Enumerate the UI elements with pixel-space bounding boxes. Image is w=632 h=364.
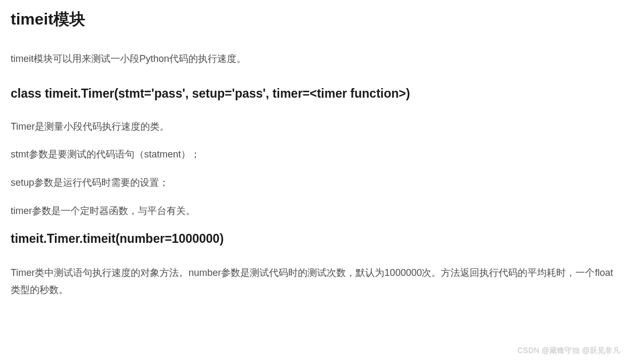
- stmt-param-description: stmt参数是要测试的代码语句（statment）；: [11, 147, 621, 162]
- watermark-text: CSDN @藏锋守拙 @跃见非凡: [517, 346, 620, 355]
- timer-class-description: Timer是测量小段代码执行速度的类。: [11, 119, 621, 134]
- setup-param-description: setup参数是运行代码时需要的设置；: [11, 175, 621, 191]
- method-signature-heading: timeit.Timer.timeit(number=1000000): [11, 232, 621, 246]
- class-signature-heading: class timeit.Timer(stmt='pass', setup='p…: [11, 86, 621, 101]
- method-description: Timer类中测试语句执行速度的对象方法。number参数是测试代码时的测试次数…: [11, 264, 621, 299]
- timer-param-description: timer参数是一个定时器函数，与平台有关。: [11, 203, 621, 219]
- main-heading: timeit模块: [11, 9, 621, 30]
- intro-paragraph: timeit模块可以用来测试一小段Python代码的执行速度。: [11, 51, 621, 67]
